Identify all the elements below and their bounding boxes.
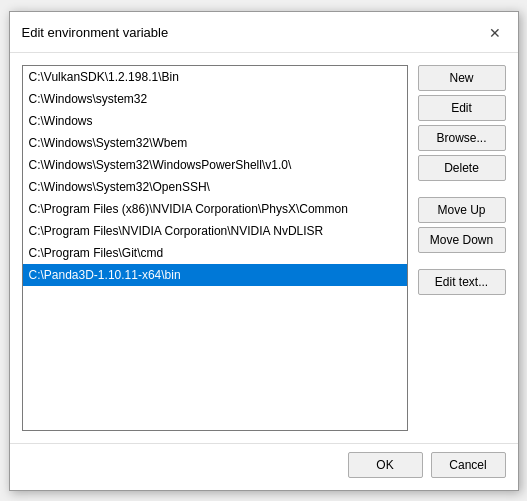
new-button[interactable]: New (418, 65, 506, 91)
list-item[interactable]: C:\Program Files\NVIDIA Corporation\NVID… (23, 220, 407, 242)
dialog-body: C:\VulkanSDK\1.2.198.1\BinC:\Windows\sys… (10, 53, 518, 443)
env-variable-list[interactable]: C:\VulkanSDK\1.2.198.1\BinC:\Windows\sys… (22, 65, 408, 431)
list-item[interactable]: C:\Program Files (x86)\NVIDIA Corporatio… (23, 198, 407, 220)
list-item[interactable]: C:\Panda3D-1.10.11-x64\bin (23, 264, 407, 286)
dialog-footer: OK Cancel (10, 443, 518, 490)
list-item[interactable]: C:\VulkanSDK\1.2.198.1\Bin (23, 66, 407, 88)
move-up-button[interactable]: Move Up (418, 197, 506, 223)
list-item[interactable]: C:\Windows (23, 110, 407, 132)
dialog-title: Edit environment variable (22, 25, 169, 40)
browse-button[interactable]: Browse... (418, 125, 506, 151)
delete-button[interactable]: Delete (418, 155, 506, 181)
ok-button[interactable]: OK (348, 452, 423, 478)
close-button[interactable]: ✕ (484, 22, 506, 44)
move-down-button[interactable]: Move Down (418, 227, 506, 253)
edit-env-variable-dialog: Edit environment variable ✕ C:\VulkanSDK… (9, 11, 519, 491)
cancel-button[interactable]: Cancel (431, 452, 506, 478)
edit-text-button[interactable]: Edit text... (418, 269, 506, 295)
buttons-panel: New Edit Browse... Delete Move Up Move D… (418, 65, 506, 431)
list-item[interactable]: C:\Windows\System32\WindowsPowerShell\v1… (23, 154, 407, 176)
list-item[interactable]: C:\Windows\system32 (23, 88, 407, 110)
list-item[interactable]: C:\Windows\System32\Wbem (23, 132, 407, 154)
edit-button[interactable]: Edit (418, 95, 506, 121)
spacer2 (418, 257, 506, 265)
spacer1 (418, 185, 506, 193)
list-item[interactable]: C:\Program Files\Git\cmd (23, 242, 407, 264)
list-item[interactable]: C:\Windows\System32\OpenSSH\ (23, 176, 407, 198)
title-bar: Edit environment variable ✕ (10, 12, 518, 53)
